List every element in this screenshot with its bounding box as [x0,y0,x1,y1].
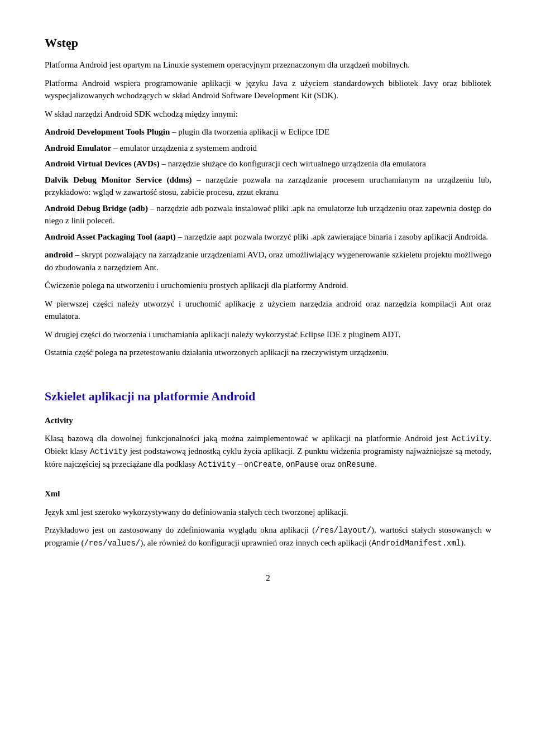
aapt-term: Android Asset Packaging Tool (aapt) [45,232,176,241]
android-script-term: android [45,250,73,259]
list-item-adt: Android Development Tools Plugin – plugi… [45,126,491,138]
ostatnia-czesc-para: Ostatnia część polega na przetestowaniu … [45,346,491,359]
wstep-heading: Wstęp [45,34,491,52]
activity-p1-code6: onResume [337,460,375,469]
activity-p1-code5: onPause [286,460,319,469]
xml-heading-term: Xml [45,489,60,498]
pierwsza-czesc-para: W pierwszej części należy utworzyć i uru… [45,298,491,323]
emulator-dash: – emulator urządzenia z systemem android [111,143,257,152]
xml-p2-part1: Przykładowo jest on zastosowany do zdefi… [45,525,315,534]
wstep-para3-intro: W skład narzędzi Android SDK wchodzą mię… [45,108,491,121]
activity-p1-code2: Activity [90,447,127,456]
activity-p1-part1: Klasą bazową dla dowolnej funkcjonalnośc… [45,434,452,443]
sdk-items-list: Android Development Tools Plugin – plugi… [45,126,491,227]
avd-term: Android Virtual Devices (AVDs) [45,159,160,168]
spacer3 [45,476,491,487]
list-item-ddms: Dalvik Debug Monitor Service (ddms) – na… [45,174,491,199]
druga-czesc-para: W drugiej części do tworzenia i uruchami… [45,328,491,341]
activity-p1-code3: Activity [198,460,236,469]
aapt-dash: – narzędzie aapt pozwala tworzyć pliki .… [176,232,488,241]
list-item-avd: Android Virtual Devices (AVDs) – narzędz… [45,157,491,170]
xml-p2-code1: /res/layout/ [315,526,371,535]
activity-p1-dash: – [236,460,244,468]
activity-p1-comma: , [281,460,286,468]
xml-p2-code3: AndroidManifest.xml [372,539,461,548]
activity-p1-code4: onCreate [244,460,281,469]
activity-p1-oraz: oraz [319,460,337,468]
xml-para2: Przykładowo jest on zastosowany do zdefi… [45,524,491,549]
activity-term-heading: Activity [45,414,491,427]
wstep-para2: Platforma Android wspiera programowanie … [45,77,491,102]
xml-p2-end: ). [461,538,466,547]
emulator-term: Android Emulator [45,143,111,152]
xml-term-heading: Xml [45,487,491,500]
list-item-emulator: Android Emulator – emulator urządzenia z… [45,142,491,155]
page-number: 2 [45,572,491,585]
aapt-para: Android Asset Packaging Tool (aapt) – na… [45,231,491,243]
szkielet-heading: Szkielet aplikacji na platformie Android [45,387,491,405]
android-script-para: android – skrypt pozwalający na zarządza… [45,248,491,274]
ddms-term: Dalvik Debug Monitor Service (ddms) [45,175,192,184]
activity-para1: Klasą bazową dla dowolnej funkcjonalnośc… [45,432,491,471]
activity-heading-term: Activity [45,416,73,425]
xml-p2-code2: /res/values/ [84,539,140,548]
android-script-dash: – skrypt pozwalający na zarządzanie urzą… [45,250,491,272]
avd-dash: – narzędzie służące do konfiguracji cech… [160,159,426,168]
list-item-adb: Android Debug Bridge (adb) – narzędzie a… [45,202,491,227]
spacer2 [45,376,491,387]
spacer1 [45,365,491,376]
wstep-para1: Platforma Android jest opartym na Linuxi… [45,59,491,71]
cwiczenie-para: Ćwiczenie polega na utworzeniu i uruchom… [45,279,491,292]
adt-term: Android Development Tools Plugin [45,127,170,136]
xml-para1: Język xml jest szeroko wykorzystywany do… [45,506,491,519]
activity-p1-end: . [375,460,377,468]
adt-dash: – plugin dla tworzenia aplikacji w Eclip… [170,127,329,136]
activity-p1-code1: Activity [452,434,489,443]
adb-term: Android Debug Bridge (adb) [45,204,148,213]
xml-p2-part3: ), ale również do konfiguracji uprawnień… [140,538,371,547]
